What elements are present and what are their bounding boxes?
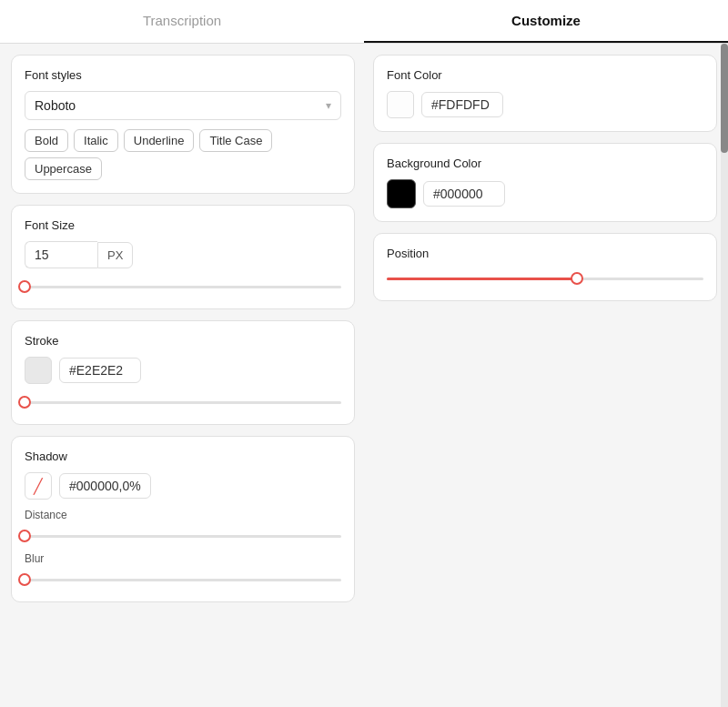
font-size-row: 15 PX [25,241,341,268]
style-buttons-group: Bold Italic Underline Title Case Upperca… [25,129,341,180]
stroke-card: Stroke #E2E2E2 [11,320,355,425]
title-case-button[interactable]: Title Case [199,129,272,152]
right-column: Font Color #FDFDFD Background Color #000… [364,55,717,696]
background-color-title: Background Color [387,157,703,170]
font-styles-title: Font styles [25,68,341,82]
position-slider[interactable] [387,269,703,288]
stroke-title: Stroke [25,334,341,348]
blur-slider-thumb[interactable] [18,573,31,586]
uppercase-button[interactable]: Uppercase [25,157,102,180]
left-column: Font styles Roboto ▾ Bold Italic Underli… [11,55,364,696]
shadow-color-row: ╱ #000000,0% [25,472,341,500]
underline-button[interactable]: Underline [124,129,195,152]
background-color-row: #000000 [387,179,703,208]
position-slider-track [387,278,703,280]
font-styles-card: Font styles Roboto ▾ Bold Italic Underli… [11,55,355,194]
font-size-card: Font Size 15 PX [11,205,355,309]
distance-slider-thumb[interactable] [18,530,31,542]
shadow-color-value[interactable]: #000000,0% [59,473,151,499]
stroke-color-swatch[interactable] [25,357,52,384]
distance-slider[interactable] [25,527,341,545]
font-color-swatch[interactable] [387,91,414,118]
background-color-card: Background Color #000000 [373,143,717,222]
font-size-slider-track [25,286,341,288]
font-family-dropdown[interactable]: Roboto ▾ [25,91,341,120]
font-color-card: Font Color #FDFDFD [373,55,717,132]
stroke-slider-track [25,401,341,404]
font-color-row: #FDFDFD [387,91,703,118]
stroke-slider[interactable] [25,393,341,411]
position-card: Position [373,233,717,301]
scrollbar-thumb[interactable] [721,44,728,153]
tab-customize[interactable]: Customize [364,0,728,43]
font-size-title: Font Size [25,218,341,232]
font-size-slider[interactable] [25,278,341,296]
page-wrapper: Transcription Customize Font styles Robo… [0,0,728,707]
main-content: Font styles Roboto ▾ Bold Italic Underli… [0,44,728,707]
background-color-swatch[interactable] [387,179,416,208]
background-color-value[interactable]: #000000 [423,181,505,207]
font-color-title: Font Color [387,68,703,82]
scrollbar[interactable] [721,44,728,707]
stroke-color-row: #E2E2E2 [25,357,341,384]
italic-button[interactable]: Italic [74,129,118,152]
blur-label: Blur [25,552,341,565]
distance-slider-track [25,535,341,538]
position-slider-fill [387,278,577,280]
blur-slider-track [25,579,341,581]
bold-button[interactable]: Bold [25,129,68,152]
font-size-input[interactable]: 15 [25,241,97,268]
chevron-down-icon: ▾ [326,99,331,112]
blur-slider[interactable] [25,571,341,589]
stroke-color-value[interactable]: #E2E2E2 [59,358,141,383]
distance-label: Distance [25,509,341,521]
slash-icon: ╱ [34,478,43,495]
font-color-value[interactable]: #FDFDFD [421,92,503,117]
stroke-slider-thumb[interactable] [18,396,31,409]
shadow-card: Shadow ╱ #000000,0% Distance Blur [11,436,355,602]
shadow-color-swatch[interactable]: ╱ [25,472,52,500]
position-slider-thumb[interactable] [571,272,583,285]
shadow-title: Shadow [25,449,341,463]
tab-transcription[interactable]: Transcription [0,0,364,43]
header-tabs: Transcription Customize [0,0,728,44]
font-size-unit: PX [97,242,133,268]
position-title: Position [387,247,703,260]
font-size-slider-thumb[interactable] [18,280,31,293]
font-family-value: Roboto [35,98,76,113]
